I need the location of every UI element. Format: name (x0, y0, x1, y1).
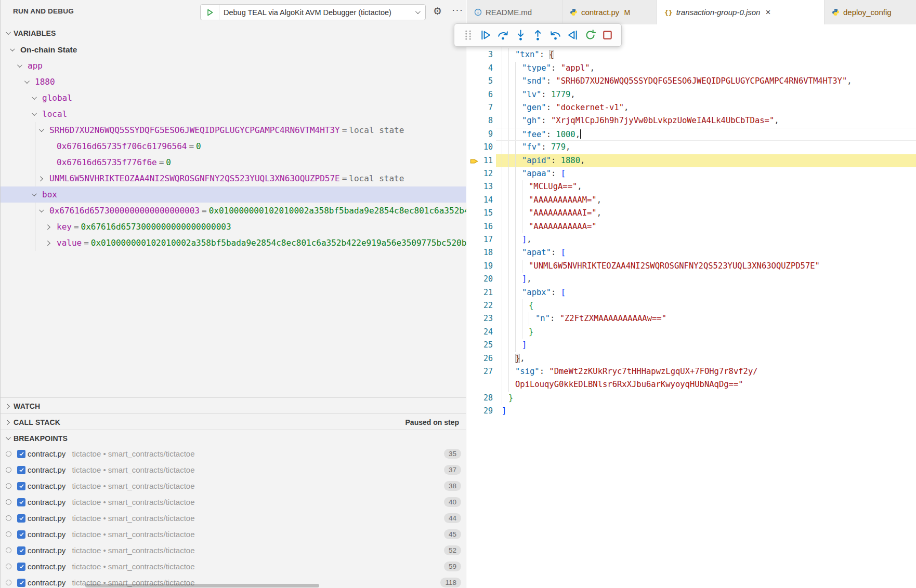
code-line-wrap: OpiLouqyG0kkEDLBNlsr6RxXJbu6arKwyoyqHUbN… (467, 378, 916, 391)
token-p: , (520, 354, 525, 363)
variable-row-0x67616d65735f776f6e[interactable]: 0x67616d65735f776f6e=0 (1, 154, 466, 170)
breakpoint-checkbox[interactable] (17, 546, 25, 555)
breakpoint-path: tictactoe • smart_contracts/tictactoe (72, 514, 194, 523)
breakpoint-checkbox[interactable] (17, 563, 25, 571)
chevron-down-icon[interactable] (39, 127, 44, 132)
breakpoint-checkbox[interactable] (17, 482, 25, 490)
watch-section-header[interactable]: WATCH (1, 398, 466, 414)
token-p: : (546, 76, 556, 86)
variable-row-0x67616d6573[interactable]: 0x67616d6573000000000000000003=0x0100000… (1, 203, 466, 219)
line-number: 10 (467, 141, 493, 154)
more-actions-icon[interactable]: ··· (452, 4, 463, 16)
line-number: 3 (467, 48, 493, 61)
close-icon[interactable]: × (765, 7, 770, 18)
code-line-3: 3"txn": { (467, 48, 916, 61)
breakpoint-checkbox[interactable] (17, 466, 25, 474)
token-b2: } (508, 393, 513, 403)
token-p: , (597, 208, 601, 218)
indent-guide (508, 101, 509, 114)
chevron-down-icon[interactable] (32, 95, 37, 100)
chevron-down-icon[interactable] (39, 207, 44, 212)
breakpoint-line-badge: 38 (444, 481, 461, 491)
chevron-right-icon[interactable] (38, 176, 43, 181)
indent-guide (502, 286, 502, 299)
breakpoint-checkbox[interactable] (17, 514, 25, 523)
breakpoints-section-header[interactable]: BREAKPOINTS (1, 430, 466, 446)
chevron-right-icon[interactable] (45, 224, 50, 230)
indent-guide (515, 154, 516, 167)
variable-row-local[interactable]: local (1, 106, 466, 122)
breakpoint-row[interactable]: contract.pytictactoe • smart_contracts/t… (1, 542, 466, 558)
step-back-button[interactable] (548, 29, 562, 42)
tab-contract-py[interactable]: contract.pyM (562, 0, 657, 24)
variable-row-key[interactable]: key=0x67616d6573000000000000000003 (1, 219, 466, 235)
start-debug-button[interactable] (201, 5, 219, 20)
json-editor[interactable]: 2{3"txn": {4"type": "appl",5"snd": "SRH6… (467, 24, 916, 588)
code-text: "sig": "DmeWt2zKUkRryc7tHHHapwzLgqUX+7FO… (496, 365, 916, 378)
variable-row-on-chain-state[interactable]: On-chain State (1, 42, 466, 58)
code-text: OpiLouqyG0kkEDLBNlsr6RxXJbu6arKwyoyqHUbN… (496, 378, 916, 391)
variable-row-srh6d7xu2n6w[interactable]: SRH6D7XU2N6WQQ5SSYDQFG5ESO6JWEQIDPGLUGYC… (1, 122, 466, 138)
code-text: "AAAAAAAAAAI=", (496, 207, 916, 220)
chevron-down-icon (6, 435, 11, 440)
breakpoint-row[interactable]: contract.pytictactoe • smart_contracts/t… (1, 462, 466, 478)
info-icon (474, 8, 482, 16)
debug-config-dropdown[interactable]: Debug TEAL via AlgoKit AVM Debugger (tic… (200, 4, 426, 20)
tab-deploy-config[interactable]: deploy_config (825, 0, 916, 24)
token-k: "apid" (522, 156, 551, 165)
stop-button[interactable] (601, 29, 614, 42)
variable-row-unml6w5nvhri[interactable]: UNML6W5NVHRIKTEOZAA4NI2SWQROSGNFNY2QS523… (1, 170, 466, 186)
token-b1: [ (561, 288, 566, 297)
variables-section-header[interactable]: VARIABLES (1, 24, 466, 42)
breakpoint-row[interactable]: contract.pytictactoe • smart_contracts/t… (1, 494, 466, 510)
variable-row-0x67616d6573[interactable]: 0x67616d65735f706c61796564=0 (1, 138, 466, 154)
breakpoint-checkbox[interactable] (17, 450, 25, 458)
variable-row-box[interactable]: box (1, 186, 466, 203)
token-b2: { (529, 301, 533, 310)
step-over-button[interactable] (496, 29, 510, 42)
breakpoint-checkbox[interactable] (17, 530, 25, 539)
chevron-down-icon[interactable] (17, 62, 22, 68)
code-text: "apbx": [ (496, 286, 916, 299)
chevron-down-icon[interactable] (24, 78, 30, 84)
breakpoint-file: contract.py (28, 546, 66, 555)
tab-readme-md[interactable]: README.md (467, 0, 562, 24)
continue-button[interactable] (479, 29, 492, 42)
variable-row-value[interactable]: value=0x010000000102010002a358bf5bada9e2… (1, 235, 466, 251)
token-p: , (580, 156, 585, 165)
drag-handle[interactable] (462, 29, 475, 42)
breakpoint-checkbox[interactable] (17, 579, 25, 587)
reverse-continue-button[interactable] (566, 29, 580, 42)
breakpoint-row[interactable]: contract.pytictactoe • smart_contracts/t… (1, 510, 466, 526)
tab-transaction-group-0-json[interactable]: {}transaction-group-0.json× (657, 0, 825, 24)
breakpoint-row[interactable]: contract.pytictactoe • smart_contracts/t… (1, 478, 466, 494)
chevron-right-icon[interactable] (45, 240, 50, 246)
gear-icon[interactable]: ⚙ (433, 6, 442, 16)
step-into-button[interactable] (514, 29, 527, 42)
indent-guide (515, 260, 516, 273)
breakpoint-path: tictactoe • smart_contracts/tictactoe (72, 530, 194, 539)
token-k: "snd" (522, 76, 546, 86)
step-out-button[interactable] (531, 29, 545, 42)
code-text: "apat": [ (496, 246, 916, 259)
indent-guide (508, 339, 509, 352)
variable-row-app[interactable]: app (1, 58, 466, 74)
chevron-down-icon[interactable] (10, 46, 15, 51)
chevron-down-icon[interactable] (32, 191, 37, 196)
indent-guide (508, 75, 509, 88)
variable-row-global[interactable]: global (1, 90, 466, 106)
chevron-down-icon[interactable] (32, 111, 37, 116)
token-b1: ] (522, 274, 527, 284)
play-icon (206, 8, 214, 17)
breakpoint-row[interactable]: contract.pytictactoe • smart_contracts/t… (1, 526, 466, 542)
breakpoint-file: contract.py (28, 498, 66, 506)
callstack-section-header[interactable]: CALL STACK Paused on step (1, 414, 466, 430)
breakpoint-row[interactable]: contract.pytictactoe • smart_contracts/t… (1, 558, 466, 574)
variable-row-1880[interactable]: 1880 (1, 74, 466, 90)
horizontal-scrollbar[interactable] (85, 584, 319, 587)
line-number: 29 (467, 405, 493, 418)
restart-button[interactable] (583, 29, 597, 42)
breakpoint-checkbox[interactable] (17, 498, 25, 506)
breakpoint-row[interactable]: contract.pytictactoe • smart_contracts/t… (1, 446, 466, 462)
line-number: 9 (467, 128, 493, 141)
